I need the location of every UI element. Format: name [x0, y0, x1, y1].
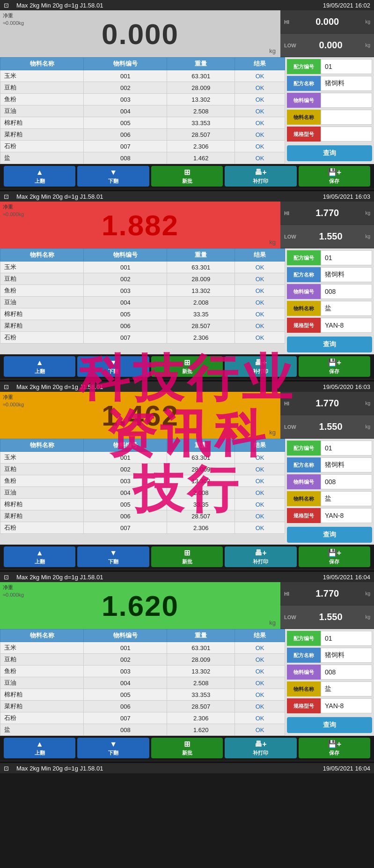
table-cell: 玉米 — [0, 262, 84, 273]
table-cell: OK — [235, 701, 285, 712]
table-cell: OK — [235, 452, 285, 464]
btn-新批-1[interactable]: ⊞ 新批 — [151, 166, 223, 187]
btn-保存-4[interactable]: 💾+ 保存 — [299, 738, 370, 758]
zero-line-2: ≈0.000kg — [0, 211, 27, 217]
low-value-4: 1.550 — [319, 612, 343, 622]
table-cell: 玉米 — [0, 70, 84, 82]
query-button-3[interactable]: 查询 — [287, 527, 372, 543]
table-cell: OK — [235, 70, 285, 82]
table-cell: 002 — [84, 654, 167, 666]
btn-补打印-1[interactable]: 🖶+ 补打印 — [225, 166, 296, 187]
weight-unit-2: kg — [269, 239, 276, 246]
btn-下翻-1[interactable]: ▼ 下翻 — [77, 166, 149, 187]
btn-下翻-2[interactable]: ▼ 下翻 — [77, 356, 149, 377]
table-cell: OK — [235, 724, 285, 736]
hi-row-low-3: LOW 1.550 kg — [280, 415, 374, 439]
btn-保存-3[interactable]: 💾+ 保存 — [299, 546, 370, 567]
status-icon: ⊡ — [4, 193, 9, 200]
data-table-2: 物料名称物料编号重量结果玉米00163.301OK豆粕00228.009OK鱼粉… — [0, 248, 285, 344]
table-cell: OK — [235, 297, 285, 308]
btn-icon-0: ▲ — [36, 549, 44, 557]
status-bar-left: ⊡ Max 2kg Min 20g d=1g J1.58.01 — [4, 2, 103, 9]
info-value-1-1: 猪饲料 — [321, 76, 372, 91]
table-cell: 001 — [84, 262, 167, 273]
btn-上翻-2[interactable]: ▲ 上翻 — [4, 356, 75, 377]
table-cell: 63.301 — [167, 642, 235, 654]
content-area-3: 物料名称物料编号重量结果玉米00163.301OK豆粕00228.009OK鱼粉… — [0, 439, 374, 545]
table-cell: 002 — [84, 464, 167, 475]
col-header: 结果 — [235, 58, 285, 70]
hi-row-low-1: LOW 0.000 kg — [280, 34, 374, 57]
table-cell: 005 — [84, 308, 167, 320]
table-cell: OK — [235, 654, 285, 666]
query-button-2[interactable]: 查询 — [287, 337, 372, 352]
btn-新批-3[interactable]: ⊞ 新批 — [151, 546, 223, 567]
weight-value-4: 1.620 — [102, 589, 179, 622]
col-header: 结果 — [235, 439, 285, 452]
table-cell: 豆粕 — [0, 82, 84, 94]
btn-bar-1: ▲ 上翻 ▼ 下翻 ⊞ 新批 🖶+ 补打印 💾+ 保存 — [0, 164, 374, 188]
table-cell: 28.009 — [167, 464, 235, 475]
info-value-1-0: 01 — [321, 59, 372, 74]
btn-补打印-4[interactable]: 🖶+ 补打印 — [225, 738, 296, 758]
low-unit-2: kg — [365, 234, 370, 239]
col-header: 重量 — [167, 439, 235, 452]
btn-新批-2[interactable]: ⊞ 新批 — [151, 356, 223, 377]
btn-下翻-3[interactable]: ▼ 下翻 — [77, 546, 149, 567]
info-row-3-3: 物料名称 盐 — [287, 491, 372, 506]
info-value-4-3: 盐 — [321, 681, 372, 696]
query-button-4[interactable]: 查询 — [287, 717, 372, 733]
table-cell: 2.508 — [167, 105, 235, 117]
btn-补打印-3[interactable]: 🖶+ 补打印 — [225, 546, 296, 567]
info-value-3-1: 猪饲料 — [321, 457, 372, 472]
table-cell: OK — [235, 320, 285, 332]
info-value-4-2: 008 — [321, 665, 372, 680]
side-panel-3: 配方编号 01 配方名称 猪饲料 物料编号 008 物料名称 盐 规格型号 YA… — [285, 439, 374, 545]
btn-保存-2[interactable]: 💾+ 保存 — [299, 356, 370, 377]
btn-text-1: 下翻 — [108, 178, 118, 185]
data-table-4: 物料名称物料编号重量结果玉米00163.301OK豆粕00228.009OK鱼粉… — [0, 629, 285, 736]
table-row: 石粉0072.306OK — [0, 141, 285, 152]
hi-row-hi-2: HI 1.770 kg — [280, 202, 374, 225]
table-row: 玉米00163.301OK — [0, 262, 285, 273]
btn-下翻-4[interactable]: ▼ 下翻 — [77, 738, 149, 758]
table-cell: 007 — [84, 712, 167, 724]
btn-新批-4[interactable]: ⊞ 新批 — [151, 738, 223, 758]
btn-上翻-1[interactable]: ▲ 上翻 — [4, 166, 75, 187]
btn-text-1: 下翻 — [108, 749, 118, 756]
btn-上翻-4[interactable]: ▲ 上翻 — [4, 738, 75, 758]
info-label-4-3: 物料名称 — [287, 681, 321, 696]
status-bar-1: ⊡ Max 2kg Min 20g d=1g J1.58.01 19/05/20… — [0, 0, 374, 10]
info-label-4-4: 规格型号 — [287, 698, 321, 713]
btn-保存-1[interactable]: 💾+ 保存 — [299, 166, 370, 187]
content-area-4: 物料名称物料编号重量结果玉米00163.301OK豆粕00228.009OK鱼粉… — [0, 629, 374, 736]
query-button-1[interactable]: 查询 — [287, 145, 372, 161]
table-cell: 13.302 — [167, 285, 235, 297]
btn-上翻-3[interactable]: ▲ 上翻 — [4, 546, 75, 567]
table-cell: OK — [235, 522, 285, 534]
table-cell: 004 — [84, 297, 167, 308]
table-cell: 28.507 — [167, 129, 235, 141]
info-row-1-4: 规格型号 — [287, 127, 372, 142]
table-cell: 2.306 — [167, 141, 235, 152]
hi-tag-4: HI — [284, 591, 289, 597]
main-display-2: 净重 ≈0.000kg 1.882 kg HI 1.770 kg LOW 1.5… — [0, 202, 374, 248]
table-row: 鱼粉00313.302OK — [0, 285, 285, 297]
info-row-3-0: 配方编号 01 — [287, 441, 372, 456]
btn-text-4: 保存 — [329, 368, 339, 375]
btn-text-4: 保存 — [329, 749, 339, 756]
info-label-4-2: 物料编号 — [287, 665, 321, 680]
table-container-4: 物料名称物料编号重量结果玉米00163.301OK豆粕00228.009OK鱼粉… — [0, 629, 285, 736]
info-label-3-0: 配方编号 — [287, 441, 321, 456]
btn-icon-2: ⊞ — [184, 168, 190, 177]
weight-label-4: 净重 — [3, 584, 13, 591]
btn-补打印-2[interactable]: 🖶+ 补打印 — [225, 356, 296, 377]
content-area-1: 物料名称物料编号重量结果玉米00163.301OK豆粕00228.009OK鱼粉… — [0, 57, 374, 164]
table-cell: 63.301 — [167, 262, 235, 273]
btn-icon-4: 💾+ — [328, 548, 341, 557]
table-cell: 28.009 — [167, 654, 235, 666]
status-bar-left: ⊡ Max 2kg Min 20g d=1g J1.58.01 — [4, 193, 103, 200]
hi-value-3: 1.770 — [315, 398, 339, 409]
table-cell: 007 — [84, 522, 167, 534]
info-label-1-1: 配方名称 — [287, 76, 321, 91]
